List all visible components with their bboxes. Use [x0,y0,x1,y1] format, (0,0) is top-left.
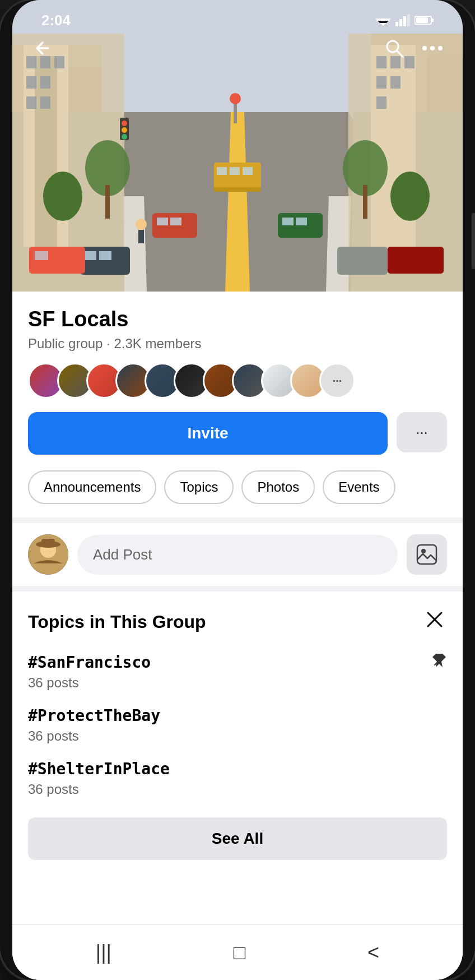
topic-hashtag-3: #ShelterInPlace [28,760,170,778]
divider-2 [12,586,463,591]
close-topics-button[interactable] [422,607,447,637]
action-row: Invite ··· [12,412,463,455]
pin-icon [431,653,447,672]
svg-point-78 [438,46,443,50]
topic-posts-2: 36 posts [28,728,447,744]
more-options-button[interactable]: ··· [397,412,447,452]
topic-hashtag-2: #ProtectTheBay [28,706,160,725]
tab-photos[interactable]: Photos [241,470,315,504]
svg-point-76 [422,46,427,50]
svg-rect-4 [399,19,402,26]
side-button [472,213,475,269]
bottom-nav: ||| □ < [12,924,463,980]
invite-button[interactable]: Invite [28,412,388,455]
svg-rect-5 [403,16,406,26]
signal-icon [395,14,410,26]
back-icon [32,40,53,56]
add-post-input[interactable]: Add Post [77,535,398,575]
topic-name-1: #SanFrancisco [28,653,447,672]
nav-back-button[interactable]: < [367,941,379,964]
topic-name-2: #ProtectTheBay [28,706,447,725]
svg-rect-8 [431,19,434,22]
status-bar: 2:04 [25,0,450,34]
tab-announcements[interactable]: Announcements [28,470,156,504]
filter-tabs: Announcements Topics Photos Events [12,470,463,517]
svg-point-84 [421,549,426,553]
hero-image [12,0,463,292]
current-user-avatar [28,534,68,575]
topic-item-3[interactable]: #ShelterInPlace 36 posts [28,760,447,797]
nav-home-button[interactable]: □ [234,941,246,964]
battery-icon [415,15,434,25]
svg-rect-82 [41,539,55,547]
see-all-button[interactable]: See All [28,817,447,860]
phone-frame: 2:04 [0,0,475,980]
back-button[interactable] [28,34,57,63]
wifi-icon [375,14,391,26]
status-icons [375,14,434,26]
divider-1 [12,517,463,523]
user-avatar-svg [28,534,68,575]
image-icon [416,544,437,565]
pin-icon-svg [431,653,447,668]
add-post-row: Add Post [12,523,463,586]
topics-section-title: Topics in This Group [28,612,206,632]
more-icon [422,45,443,52]
group-meta: Public group · 2.3K members [28,336,447,352]
hero-nav-right [380,34,447,63]
close-icon [425,609,445,630]
topics-section: Topics in This Group #SanFrancisco [12,591,463,876]
avatar-more: ··· [319,363,355,399]
svg-line-75 [397,51,403,57]
members-avatars: ··· [28,363,447,399]
topic-name-3: #ShelterInPlace [28,760,447,778]
content-area: SF Locals Public group · 2.3K members ··… [12,292,463,924]
nav-recents-button[interactable]: ||| [96,941,111,964]
tab-topics[interactable]: Topics [164,470,234,504]
search-button[interactable] [380,34,409,63]
svg-rect-3 [395,22,398,26]
group-name: SF Locals [28,307,447,331]
topic-item-2[interactable]: #ProtectTheBay 36 posts [28,706,447,744]
status-time: 2:04 [41,12,71,29]
topic-item-1[interactable]: #SanFrancisco 36 posts [28,653,447,691]
overflow-menu-button[interactable] [418,34,447,63]
phone-screen: 2:04 [12,0,463,980]
more-dots: ··· [416,424,428,441]
svg-rect-9 [416,17,428,23]
svg-marker-2 [380,23,386,26]
hero-nav [12,34,463,63]
topic-posts-1: 36 posts [28,675,447,691]
group-info: SF Locals Public group · 2.3K members ··… [12,292,463,399]
svg-rect-6 [407,14,410,26]
tab-events[interactable]: Events [323,470,395,504]
topics-header: Topics in This Group [28,607,447,637]
svg-point-77 [430,46,435,50]
search-icon [384,38,404,58]
topic-posts-3: 36 posts [28,782,447,797]
svg-rect-83 [417,545,436,564]
add-media-button[interactable] [407,534,447,575]
topic-hashtag-1: #SanFrancisco [28,653,151,672]
